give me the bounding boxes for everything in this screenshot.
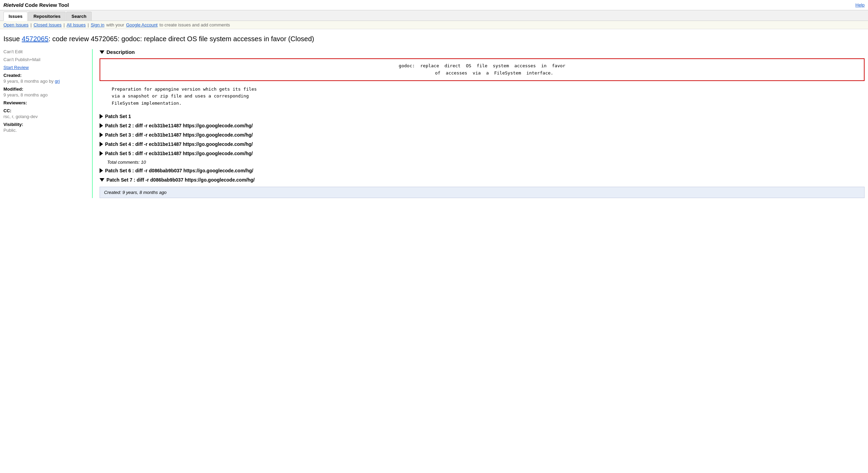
ps7-triangle-icon	[100, 178, 104, 182]
description-text: Preparation for appengine version which …	[100, 86, 865, 107]
start-review-link[interactable]: Start Review	[3, 65, 29, 70]
main-content: Description godoc: replace direct OS fil…	[93, 49, 865, 198]
ps7-label: Patch Set 7 : diff -r d086bab9b037 https…	[106, 177, 255, 183]
sidebar-cc: CC: rsc, r, golang-dev	[3, 108, 85, 119]
open-issues-link[interactable]: Open Issues	[3, 22, 28, 27]
ps2-label: Patch Set 2 : diff -r ecb31be11487 https…	[105, 123, 253, 128]
all-issues-link[interactable]: All Issues	[67, 22, 86, 27]
sidebar-start-review[interactable]: Start Review	[3, 65, 85, 70]
closed-issues-link[interactable]: Closed Issues	[34, 22, 62, 27]
description-header[interactable]: Description	[100, 49, 865, 55]
patch-set-2-row[interactable]: Patch Set 2 : diff -r ecb31be11487 https…	[100, 121, 865, 130]
issue-number-link[interactable]: 4572065	[22, 35, 48, 43]
ps5-label: Patch Set 5 : diff -r ecb31be11487 https…	[105, 151, 253, 156]
patch-set-5-row[interactable]: Patch Set 5 : diff -r ecb31be11487 https…	[100, 149, 865, 158]
issue-prefix: Issue	[3, 35, 22, 43]
ps6-label: Patch Set 6 : diff -r d086bab9b037 https…	[105, 168, 253, 173]
patch-set-7-row[interactable]: Patch Set 7 : diff -r d086bab9b037 https…	[100, 175, 865, 185]
issue-title-rest: : code review 4572065: godoc: replace di…	[48, 35, 314, 43]
sidebar: Can't Edit Can't Publish+Mail Start Revi…	[3, 49, 93, 198]
ps4-triangle-icon	[100, 142, 103, 147]
sidebar-visibility: Visibility: Public.	[3, 122, 85, 133]
patch-set-3-row[interactable]: Patch Set 3 : diff -r ecb31be11487 https…	[100, 130, 865, 140]
issue-body: Can't Edit Can't Publish+Mail Start Revi…	[3, 49, 865, 198]
ps1-label: Patch Set 1	[105, 114, 131, 119]
description-box: godoc: replace direct OS file system acc…	[100, 58, 865, 81]
tab-issues[interactable]: Issues	[3, 12, 27, 21]
ps4-label: Patch Set 4 : diff -r ecb31be11487 https…	[105, 141, 253, 147]
created-by-link[interactable]: gri	[55, 79, 60, 84]
patch-set-6-row[interactable]: Patch Set 6 : diff -r d086bab9b037 https…	[100, 166, 865, 175]
patch-set-4-row[interactable]: Patch Set 4 : diff -r ecb31be11487 https…	[100, 140, 865, 149]
tab-repositories[interactable]: Repositories	[28, 12, 66, 21]
sub-nav: Open Issues | Closed Issues | All Issues…	[0, 21, 868, 29]
sub-nav-suffix: to create issues and add comments	[160, 22, 230, 27]
ps2-triangle-icon	[100, 123, 103, 128]
sidebar-cant-publish: Can't Publish+Mail	[3, 57, 85, 62]
sidebar-modified: Modified: 9 years, 8 months ago	[3, 86, 85, 97]
description-label: Description	[106, 49, 135, 55]
patch-set-1-row[interactable]: Patch Set 1	[100, 112, 865, 121]
sign-in-link[interactable]: Sign in	[91, 22, 104, 27]
help-link[interactable]: Help	[855, 2, 865, 8]
total-comments: Total comments: 10	[100, 158, 865, 166]
sidebar-reviewers: Reviewers:	[3, 100, 85, 105]
ps5-triangle-icon	[100, 151, 103, 156]
issue-title: Issue 4572065: code review 4572065: godo…	[3, 34, 865, 44]
sidebar-cant-edit: Can't Edit	[3, 49, 85, 54]
sub-nav-text: with your	[106, 22, 126, 27]
ps3-label: Patch Set 3 : diff -r ecb31be11487 https…	[105, 132, 253, 138]
description-triangle-icon	[100, 50, 104, 54]
sidebar-created: Created: 9 years, 8 months ago by gri	[3, 73, 85, 84]
site-title-italic: Rietveld	[3, 2, 23, 8]
nav-bar: Issues Repositories Search	[0, 10, 868, 21]
ps6-triangle-icon	[100, 168, 103, 173]
page-content: Issue 4572065: code review 4572065: godo…	[0, 29, 868, 203]
site-title: Rietveld Code Review Tool	[3, 2, 69, 8]
ps3-triangle-icon	[100, 132, 103, 137]
ps1-triangle-icon	[100, 114, 103, 119]
page-header: Rietveld Code Review Tool Help	[0, 0, 868, 10]
patch-detail-box: Created: 9 years, 8 months ago	[100, 187, 865, 198]
google-account-link[interactable]: Google Account	[126, 22, 158, 27]
tab-search[interactable]: Search	[66, 12, 91, 21]
site-title-bold: Code Review Tool	[23, 2, 69, 8]
